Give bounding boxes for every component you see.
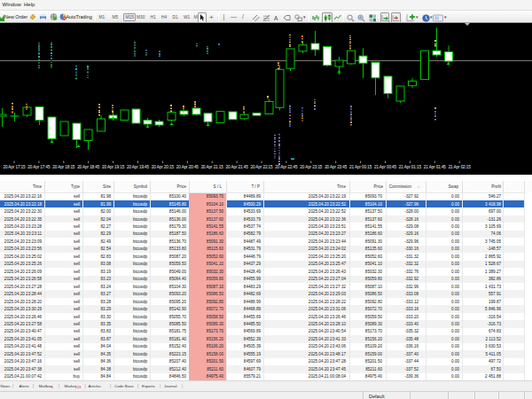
svg-text:20 Apr 20:15: 20 Apr 20:15 <box>152 165 175 169</box>
svg-text:20 Apr 18:45: 20 Apr 18:45 <box>77 165 100 169</box>
svg-text:20 Apr 21:45: 20 Apr 21:45 <box>226 165 249 169</box>
svg-text:20 Apr 17:15: 20 Apr 17:15 <box>3 165 26 169</box>
svg-text:20 Apr 21:15: 20 Apr 21:15 <box>201 165 224 169</box>
svg-text:20 Apr 23:15: 20 Apr 23:15 <box>300 165 323 169</box>
svg-text:20 Apr 22:15: 20 Apr 22:15 <box>250 165 273 169</box>
svg-text:20 Apr 20:45: 20 Apr 20:45 <box>176 165 200 169</box>
svg-text:21 Apr 01:45: 21 Apr 01:45 <box>424 165 447 169</box>
svg-text:21 Apr 02:15: 21 Apr 02:15 <box>449 165 472 169</box>
svg-text:20 Apr 18:15: 20 Apr 18:15 <box>52 165 75 169</box>
svg-text:20 Apr 19:45: 20 Apr 19:45 <box>127 165 150 169</box>
svg-text:20 Apr 19:15: 20 Apr 19:15 <box>102 165 125 169</box>
svg-text:21 Apr 01:15: 21 Apr 01:15 <box>399 165 422 169</box>
svg-text:20 Apr 22:45: 20 Apr 22:45 <box>275 165 298 169</box>
svg-text:21 Apr 00:45: 21 Apr 00:45 <box>374 165 397 169</box>
svg-text:20 Apr 17:45: 20 Apr 17:45 <box>27 165 51 169</box>
svg-text:20 Apr 23:45: 20 Apr 23:45 <box>325 165 348 169</box>
svg-text:21 Apr 00:15: 21 Apr 00:15 <box>349 165 372 169</box>
